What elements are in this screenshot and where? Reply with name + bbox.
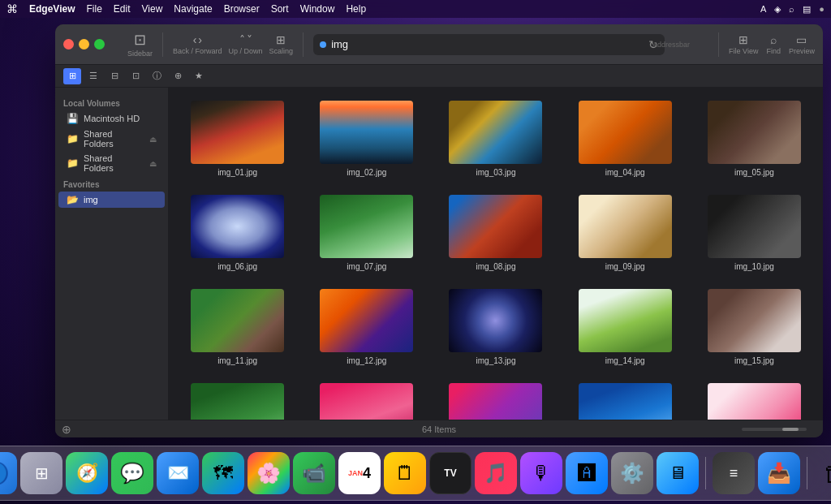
add-button[interactable]: ⊕ — [62, 423, 71, 436]
file-item-8[interactable]: img_08.jpg — [435, 190, 556, 276]
view-btn-tags[interactable]: ⊕ — [169, 68, 187, 84]
file-item-17[interactable]: img_17.jpg — [306, 378, 427, 420]
down-icon[interactable]: ˅ — [247, 33, 252, 46]
dock-item-maps[interactable]: 🗺 — [202, 452, 244, 494]
dock-item-trash[interactable]: 🗑 — [814, 452, 831, 494]
menu-help[interactable]: Help — [346, 3, 366, 15]
sidebar-section-local-volumes: Local Volumes — [55, 94, 168, 110]
file-item-10[interactable]: img_10.jpg — [694, 190, 815, 276]
file-thumb-8 — [449, 195, 542, 258]
file-thumb-15 — [708, 289, 801, 352]
main-content: Local Volumes 💾 Macintosh HD 📁 Shared Fo… — [55, 88, 823, 420]
menu-edit[interactable]: Edit — [114, 3, 131, 15]
fullscreen-button[interactable] — [94, 39, 105, 50]
file-name-8: img_08.jpg — [476, 262, 516, 271]
file-item-4[interactable]: img_04.jpg — [565, 96, 686, 182]
file-thumb-3 — [449, 101, 542, 164]
dock-item-appletv[interactable]: TV — [429, 452, 471, 494]
file-name-7: img_07.jpg — [347, 262, 386, 271]
address-bar[interactable]: img ↻ — [313, 34, 665, 55]
file-item-16[interactable]: img_16.jpg — [177, 378, 298, 420]
shared-1-icon: 📁 — [67, 133, 79, 144]
file-item-7[interactable]: img_07.jpg — [306, 190, 427, 276]
sidebar-item-shared-2[interactable]: 📁 Shared Folders ⏏ — [58, 151, 165, 175]
sidebar-item-macintosh-hd[interactable]: 💾 Macintosh HD — [58, 110, 165, 127]
toolbar-divider-3 — [718, 32, 719, 57]
view-toolbar: ⊞ ☰ ⊟ ⊡ ⓘ ⊕ ★ — [55, 65, 823, 88]
file-item-19[interactable]: img_19.jpg — [565, 378, 686, 420]
dock-item-facetime[interactable]: 📹 — [293, 452, 335, 494]
dock-item-mymac[interactable]: 🖥 — [657, 452, 699, 494]
menu-bar-icon-keyboard: A — [760, 4, 766, 14]
minimize-button[interactable] — [79, 39, 89, 50]
dock-item-launchpad[interactable]: ⊞ — [20, 452, 62, 494]
file-view-control[interactable]: ⊞ File View — [729, 33, 758, 55]
view-btn-grid[interactable]: ⊞ — [63, 68, 81, 84]
sidebar-item-shared-1[interactable]: 📁 Shared Folders ⏏ — [58, 127, 165, 151]
notes-icon: 🗒 — [395, 462, 415, 485]
file-item-2[interactable]: img_02.jpg — [306, 96, 427, 182]
dock-item-bashbar[interactable]: ≡ — [713, 452, 755, 494]
view-btn-coverflow[interactable]: ⊡ — [127, 68, 144, 84]
eject-2-icon[interactable]: ⏏ — [149, 159, 157, 168]
file-item-6[interactable]: img_06.jpg — [177, 190, 298, 276]
sidebar-item-img[interactable]: 📂 img — [58, 192, 165, 208]
menu-browser[interactable]: Browser — [224, 3, 260, 15]
dock-item-folder[interactable]: 📥 — [758, 452, 800, 494]
view-btn-col[interactable]: ⊟ — [105, 68, 123, 84]
file-item-9[interactable]: img_09.jpg — [565, 190, 686, 276]
file-item-14[interactable]: img_14.jpg — [565, 284, 686, 370]
finder-window: ⊡ Sidebar ‹ › Back / Forward ˄ ˅ Up / Do… — [55, 24, 823, 437]
file-thumb-19 — [579, 383, 672, 420]
file-item-18[interactable]: img_18.jpg — [435, 378, 556, 420]
file-item-5[interactable]: img_05.jpg — [694, 96, 815, 182]
dock-item-messages[interactable]: 💬 — [111, 452, 153, 494]
close-button[interactable] — [63, 39, 74, 50]
find-control[interactable]: ⌕ Find — [766, 33, 781, 55]
menu-file[interactable]: File — [86, 3, 101, 15]
view-btn-star[interactable]: ★ — [190, 68, 208, 84]
dock-item-music[interactable]: 🎵 — [475, 452, 517, 494]
menu-view[interactable]: View — [142, 3, 163, 15]
file-item-13[interactable]: img_13.jpg — [435, 284, 556, 370]
dock-item-notes[interactable]: 🗒 — [384, 452, 426, 494]
menu-bar-icon-search[interactable]: ⌕ — [789, 4, 794, 14]
file-item-3[interactable]: img_03.jpg — [435, 96, 556, 182]
apple-menu[interactable]: ⌘ — [6, 2, 18, 15]
sidebar-toggle[interactable]: ⊡ Sidebar — [127, 31, 153, 58]
status-bar: ⊕ 64 Items — [55, 420, 823, 437]
preview-control[interactable]: ▭ Preview — [789, 33, 815, 55]
scaling-control[interactable]: ⊞ Scaling — [269, 33, 294, 55]
view-btn-list[interactable]: ☰ — [84, 68, 102, 84]
dock-item-settings[interactable]: ⚙️ — [611, 452, 653, 494]
back-icon[interactable]: ‹ — [193, 33, 197, 46]
file-item-15[interactable]: img_15.jpg — [694, 284, 815, 370]
back-forward-control[interactable]: ‹ › Back / Forward — [173, 33, 222, 55]
view-btn-info[interactable]: ⓘ — [148, 68, 166, 84]
up-icon[interactable]: ˄ — [239, 33, 245, 46]
up-down-label: Up / Down — [229, 47, 263, 55]
menu-bar-icon-control[interactable]: ▤ — [803, 4, 811, 15]
file-item-11[interactable]: img_11.jpg — [177, 284, 298, 370]
dock-item-calendar[interactable]: JAN 4 — [338, 452, 381, 494]
menu-bar-right: A ◈ ⌕ ▤ ● — [760, 4, 825, 15]
dock-item-appstore[interactable]: 🅰 — [566, 452, 608, 494]
forward-icon[interactable]: › — [198, 33, 202, 46]
file-item-1[interactable]: img_01.jpg — [177, 96, 298, 182]
menu-navigate[interactable]: Navigate — [174, 3, 212, 15]
eject-1-icon[interactable]: ⏏ — [149, 135, 157, 144]
dock: 🔵 ⊞ 🧭 💬 ✉️ 🗺 🌸 📹 JAN 4 🗒 TV 🎵 🎙 🅰 ⚙️ — [0, 446, 831, 501]
dock-item-photos[interactable]: 🌸 — [248, 452, 290, 494]
dock-item-finder[interactable]: 🔵 — [0, 452, 17, 494]
menu-sort[interactable]: Sort — [271, 3, 289, 15]
file-item-20[interactable]: img_20.jpg — [694, 378, 815, 420]
app-menu-edgeview[interactable]: EdgeView — [29, 3, 75, 15]
dock-item-safari[interactable]: 🧭 — [66, 452, 108, 494]
menu-window[interactable]: Window — [300, 3, 335, 15]
up-down-control[interactable]: ˄ ˅ Up / Down — [229, 33, 263, 55]
dock-item-mail[interactable]: ✉️ — [157, 452, 199, 494]
file-item-12[interactable]: img_12.jpg — [306, 284, 427, 370]
dock-item-podcasts[interactable]: 🎙 — [520, 452, 562, 494]
file-name-12: img_12.jpg — [347, 356, 386, 365]
file-name-9: img_09.jpg — [605, 262, 645, 271]
